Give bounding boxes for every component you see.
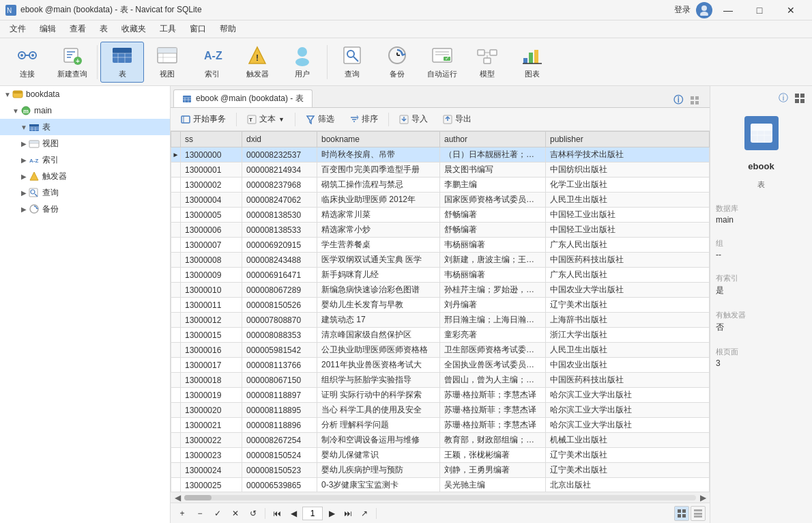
table-row[interactable]: 13000020000008118895当心 科学工具的使用及安全苏珊·格拉斯菲…: [171, 403, 710, 418]
sidebar-item-trigger[interactable]: ▶ 触发器: [0, 168, 170, 184]
table-row[interactable]: 13000019000008118897证明 实际行动中的科学探索苏珊·格拉斯菲…: [171, 388, 710, 403]
cell-publisher[interactable]: 上海辞书出版社: [546, 313, 710, 328]
cell-ss[interactable]: 13000001: [181, 162, 242, 178]
cell-dxid[interactable]: 000008067150: [242, 373, 317, 388]
cell-ss[interactable]: 13000022: [181, 433, 242, 448]
cell-bookname[interactable]: 证明 实际行动中的科学探索: [317, 388, 440, 403]
form-view-btn[interactable]: [691, 506, 706, 521]
cell-dxid[interactable]: 000008243488: [242, 253, 317, 268]
cell-ss[interactable]: 13000015: [181, 328, 242, 343]
cell-dxid[interactable]: 000007808870: [242, 313, 317, 328]
cell-bookname[interactable]: 公卫执业助理医师医师资格格: [317, 343, 440, 358]
cell-author[interactable]: 韦杨丽编著: [440, 268, 546, 283]
horizontal-scrollbar[interactable]: ◀ ▶: [171, 492, 710, 503]
grid-button[interactable]: [688, 94, 701, 107]
cell-author[interactable]: 王颖，张栊彬编著: [440, 448, 546, 463]
col-header-bookname[interactable]: bookname: [317, 132, 440, 147]
table-row[interactable]: 13000002000008237968砌筑工操作流程与禁忌李鹏主编化学工业出版…: [171, 178, 710, 193]
menu-window[interactable]: 窗口: [183, 20, 213, 38]
cell-bookname[interactable]: 精选家常川菜: [317, 208, 440, 223]
toolbar-backup[interactable]: 备份: [375, 42, 419, 83]
table-row[interactable]: 13000022000008267254制冷和空调设备运用与维修教育部，财政部组…: [171, 433, 710, 448]
cell-publisher[interactable]: 人民卫生出版社: [546, 193, 710, 208]
cell-publisher[interactable]: 中国轻工业出版社: [546, 208, 710, 223]
cell-publisher[interactable]: 中国医药科技出版社: [546, 253, 710, 268]
cell-author[interactable]: 童彩亮著: [440, 328, 546, 343]
table-row[interactable]: 13000010000008067289新编急病快速诊治彩色图谱孙桂芹主编；罗始…: [171, 283, 710, 298]
table-row[interactable]: 13000007000006920915学生营养餐桌韦杨丽编著广东人民出版社: [171, 238, 710, 253]
cell-bookname[interactable]: 临床执业助理医师 2012年: [317, 193, 440, 208]
cell-publisher[interactable]: 辽宁美术出版社: [546, 448, 710, 463]
confirm-btn[interactable]: ✓: [210, 506, 225, 521]
cell-author[interactable]: 舒畅编著: [440, 223, 546, 238]
cell-dxid[interactable]: 000006916471: [242, 268, 317, 283]
cell-author[interactable]: 苏珊·格拉斯菲；李慧杰译: [440, 403, 546, 418]
menu-edit[interactable]: 编辑: [33, 20, 63, 38]
cell-bookname[interactable]: 医学双纲双试通关宝典 医学: [317, 253, 440, 268]
cell-dxid[interactable]: 000008118897: [242, 388, 317, 403]
cell-author[interactable]: 教育部，财政部组编；刘均: [440, 433, 546, 448]
toolbar-query[interactable]: 查询: [330, 42, 374, 83]
toolbar-index[interactable]: A-Z 索引: [190, 42, 234, 83]
cell-dxid[interactable]: 000006539865: [242, 478, 317, 492]
cell-dxid[interactable]: 000008150526: [242, 298, 317, 313]
col-header-ss[interactable]: ss: [181, 132, 242, 147]
cell-dxid[interactable]: 000006920915: [242, 238, 317, 253]
menu-table[interactable]: 表: [93, 20, 115, 38]
cell-author[interactable]: 苏珊·格拉斯菲；李慧杰译: [440, 388, 546, 403]
cell-ss[interactable]: 13000008: [181, 253, 242, 268]
cell-bookname[interactable]: 百变围巾完美四季造型手册: [317, 162, 440, 178]
sidebar-item-view[interactable]: ▶ 视图: [0, 135, 170, 152]
menu-file[interactable]: 文件: [3, 20, 33, 38]
cell-dxid[interactable]: 000008150523: [242, 463, 317, 478]
table-row[interactable]: 130000250000065398650-3岁健康宝宝监测卡吴光驰主编北京出版…: [171, 478, 710, 492]
btn-text[interactable]: T 文本 ▼: [241, 111, 291, 128]
cell-dxid[interactable]: 000005981542: [242, 343, 317, 358]
cell-dxid[interactable]: 000008214934: [242, 162, 317, 178]
cell-ss[interactable]: 13000020: [181, 403, 242, 418]
cell-bookname[interactable]: 婴幼儿生长发育与早教: [317, 298, 440, 313]
cell-ss[interactable]: 13000007: [181, 238, 242, 253]
table-row[interactable]: 13000015000008088353清京峰国家级自然保护区童彩亮著浙江大学出…: [171, 328, 710, 343]
close-button[interactable]: ✕: [775, 0, 807, 20]
cell-dxid[interactable]: 000008138533: [242, 223, 317, 238]
cell-bookname[interactable]: 2011年执业兽医资格考试大: [317, 358, 440, 373]
cell-bookname[interactable]: 组织学与胚胎学实验指导: [317, 373, 440, 388]
cell-author[interactable]: 吴光驰主编: [440, 478, 546, 492]
cell-publisher[interactable]: 辽宁美术出版社: [546, 298, 710, 313]
table-row[interactable]: 13000023000008150524婴幼儿保健常识王颖，张栊彬编著辽宁美术出…: [171, 448, 710, 463]
cell-publisher[interactable]: 辽宁美术出版社: [546, 463, 710, 478]
cell-ss[interactable]: 13000019: [181, 388, 242, 403]
cell-publisher[interactable]: 广东人民出版社: [546, 268, 710, 283]
cell-author[interactable]: 舒畅编著: [440, 208, 546, 223]
cell-author[interactable]: 卫生部医师资格考试委员会，: [440, 343, 546, 358]
page-number-input[interactable]: [302, 507, 323, 520]
table-row[interactable]: 130000170000081137662011年执业兽医资格考试大全国执业兽医…: [171, 358, 710, 373]
cell-publisher[interactable]: 吉林科学技术出版社: [546, 147, 710, 162]
sidebar-item-query[interactable]: ▶ 查询: [0, 184, 170, 201]
cell-bookname[interactable]: 清京峰国家级自然保护区: [317, 328, 440, 343]
cell-publisher[interactable]: 广东人民出版社: [546, 238, 710, 253]
cell-dxid[interactable]: 000008113766: [242, 358, 317, 373]
cell-publisher[interactable]: 中国农业大学出版社: [546, 283, 710, 298]
toolbar-user[interactable]: 用户: [280, 42, 324, 83]
cell-author[interactable]: 苏珊·格拉斯菲；李慧杰译: [440, 418, 546, 433]
cell-ss[interactable]: 13000000: [181, 147, 242, 162]
cell-bookname[interactable]: 建筑动态 17: [317, 313, 440, 328]
btn-start-transaction[interactable]: 开始事务: [175, 111, 232, 128]
cell-publisher[interactable]: 中国医药科技出版社: [546, 373, 710, 388]
toolbar-new-query[interactable]: + 新建查询: [50, 42, 94, 83]
table-row[interactable]: 13000016000005981542公卫执业助理医师医师资格格卫生部医师资格…: [171, 343, 710, 358]
info-help-btn[interactable]: ⓘ: [777, 91, 790, 105]
cell-ss[interactable]: 13000025: [181, 478, 242, 492]
cell-publisher[interactable]: 中国纺织出版社: [546, 162, 710, 178]
cell-ss[interactable]: 13000010: [181, 283, 242, 298]
login-button[interactable]: 登录: [669, 4, 696, 16]
table-row[interactable]: 13000006000008138533精选家常小炒舒畅编著中国轻工业出版社: [171, 223, 710, 238]
cell-publisher[interactable]: 哈尔滨工业大学出版社: [546, 403, 710, 418]
cell-author[interactable]: 刘新建，唐波主编；王俊宏，: [440, 253, 546, 268]
cell-author[interactable]: 孙桂芹主编；罗始逊，乔健: [440, 283, 546, 298]
cell-dxid[interactable]: 000008138530: [242, 208, 317, 223]
cell-ss[interactable]: 13000011: [181, 298, 242, 313]
sidebar-item-main[interactable]: ▼ m main: [0, 102, 170, 119]
